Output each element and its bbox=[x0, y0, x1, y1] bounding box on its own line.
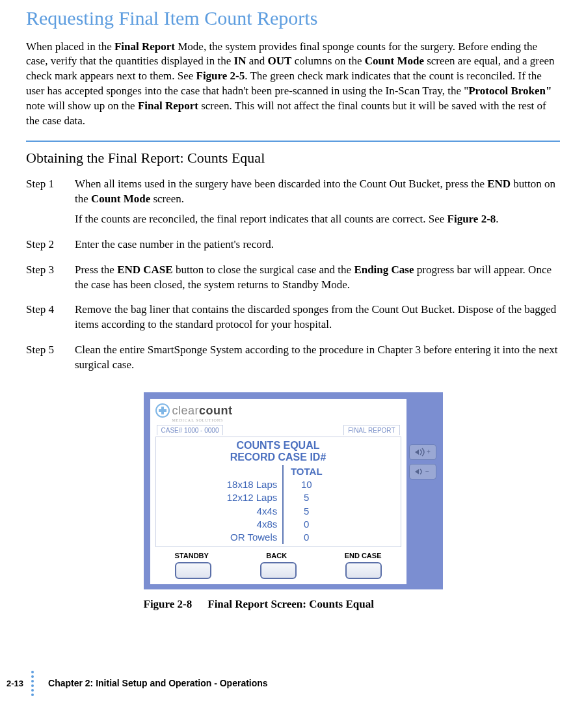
step: Step 1When all items used in the surgery… bbox=[26, 177, 560, 232]
figure-caption: Figure 2-8Final Report Screen: Counts Eq… bbox=[144, 597, 443, 612]
count-row-label: 4x4s bbox=[227, 505, 278, 518]
hardware-buttons-row bbox=[155, 561, 401, 579]
volume-down-button[interactable]: − bbox=[409, 464, 436, 479]
text: and bbox=[246, 55, 268, 67]
step-label: Step 5 bbox=[26, 343, 75, 378]
step: Step 5Clean the entire SmartSponge Syste… bbox=[26, 343, 560, 378]
text-bold: Count Mode bbox=[365, 55, 424, 67]
status-row: CASE# 1000 - 0000 FINAL REPORT bbox=[155, 425, 401, 436]
text: screen. bbox=[150, 193, 184, 205]
step-label: Step 4 bbox=[26, 303, 75, 338]
count-row-value: 0 bbox=[284, 531, 329, 544]
text-bold: Ending Case bbox=[354, 263, 414, 276]
step-body: When all items used in the surgery have … bbox=[75, 177, 560, 232]
intro-paragraph: When placed in the Final Report Mode, th… bbox=[26, 40, 560, 129]
steps-list: Step 1When all items used in the surgery… bbox=[26, 177, 560, 378]
side-controls: + − bbox=[406, 399, 436, 479]
text-bold: Final Report bbox=[114, 40, 175, 53]
text: When placed in the bbox=[26, 40, 114, 53]
page-footer: 2-13 Chapter 2: Initial Setup and Operat… bbox=[26, 671, 560, 696]
svg-text:+: + bbox=[427, 448, 431, 455]
brand-text: clearcount bbox=[172, 403, 233, 418]
mode-label: FINAL REPORT bbox=[343, 425, 399, 436]
svg-text:−: − bbox=[425, 468, 429, 475]
footer-dots-icon bbox=[31, 671, 34, 696]
text: Press the bbox=[75, 263, 117, 276]
count-values-column: TOTAL 105500 bbox=[284, 465, 329, 545]
count-row-value: 5 bbox=[284, 505, 329, 518]
text: Clean the entire SmartSponge System acco… bbox=[75, 344, 558, 371]
text: . bbox=[496, 213, 498, 225]
text: note will show up on the bbox=[26, 100, 138, 112]
step-body: Clean the entire SmartSponge System acco… bbox=[75, 343, 560, 378]
step-body: Enter the case number in the patient's r… bbox=[75, 237, 560, 258]
text: Remove the bag liner that contains the d… bbox=[75, 303, 556, 330]
text: button to close the surgical case and th… bbox=[173, 263, 354, 276]
figure-number: Figure 2-8 bbox=[144, 598, 193, 610]
volume-up-button[interactable]: + bbox=[409, 444, 436, 460]
counts-panel: COUNTS EQUAL RECORD CASE ID# 18x18 Laps1… bbox=[155, 437, 401, 547]
count-row-label: OR Towels bbox=[227, 531, 278, 544]
text-bold: Figure 2-5 bbox=[196, 70, 245, 82]
end-case-label: END CASE bbox=[345, 551, 382, 561]
total-header: TOTAL bbox=[284, 465, 329, 478]
text-bold: END CASE bbox=[117, 263, 173, 276]
button-labels-row: STANDBY BACK END CASE bbox=[155, 547, 401, 561]
brand-light: clear bbox=[172, 404, 200, 417]
text-bold: Count Mode bbox=[91, 193, 150, 205]
svg-marker-5 bbox=[415, 469, 419, 474]
divider bbox=[26, 141, 560, 142]
text-bold: Final Report bbox=[138, 100, 198, 112]
count-row-label: 12x12 Laps bbox=[227, 491, 278, 504]
chapter-label: Chapter 2: Initial Setup and Operation -… bbox=[48, 677, 268, 690]
step-body: Remove the bag liner that contains the d… bbox=[75, 303, 560, 338]
step-label: Step 1 bbox=[26, 177, 75, 232]
panel-headline-1: COUNTS EQUAL bbox=[159, 440, 398, 452]
count-row-value: 10 bbox=[284, 478, 329, 491]
step-label: Step 2 bbox=[26, 237, 75, 258]
text-bold: Protocol Broken" bbox=[468, 85, 552, 97]
standby-label: STANDBY bbox=[175, 551, 209, 561]
device-screen: clearcount MEDICAL SOLUTIONS CASE# 1000 … bbox=[150, 399, 406, 584]
text-bold: OUT bbox=[268, 55, 292, 67]
back-button[interactable] bbox=[260, 562, 297, 579]
case-number-label: CASE# 1000 - 0000 bbox=[157, 425, 224, 436]
clearcount-logo-icon bbox=[155, 403, 170, 418]
text: If the counts are reconciled, the final … bbox=[75, 213, 447, 225]
end-case-button[interactable] bbox=[345, 562, 382, 579]
brand-subtitle: MEDICAL SOLUTIONS bbox=[172, 418, 401, 423]
text-bold: Figure 2-8 bbox=[447, 213, 496, 225]
text: columns on the bbox=[291, 55, 364, 67]
count-row-label: 18x18 Laps bbox=[227, 478, 278, 491]
figure-2-8: clearcount MEDICAL SOLUTIONS CASE# 1000 … bbox=[144, 392, 443, 612]
back-label: BACK bbox=[266, 551, 287, 561]
svg-marker-3 bbox=[415, 450, 419, 455]
step-body: Press the END CASE button to close the s… bbox=[75, 263, 560, 298]
step: Step 2Enter the case number in the patie… bbox=[26, 237, 560, 258]
count-row-value: 0 bbox=[284, 518, 329, 531]
svg-rect-2 bbox=[159, 409, 166, 412]
step: Step 4Remove the bag liner that contains… bbox=[26, 303, 560, 338]
count-table: 18x18 Laps12x12 Laps4x4s4x8sOR Towels TO… bbox=[159, 465, 398, 545]
page-number: 2-13 bbox=[7, 678, 23, 690]
count-row-label: 4x8s bbox=[227, 518, 278, 531]
text-bold: END bbox=[487, 178, 511, 190]
brand-bold: count bbox=[199, 404, 233, 417]
device-bezel: clearcount MEDICAL SOLUTIONS CASE# 1000 … bbox=[144, 392, 443, 589]
step: Step 3Press the END CASE button to close… bbox=[26, 263, 560, 298]
figure-wrapper: clearcount MEDICAL SOLUTIONS CASE# 1000 … bbox=[26, 392, 560, 612]
standby-button[interactable] bbox=[175, 562, 211, 579]
text: When all items used in the surgery have … bbox=[75, 178, 487, 190]
figure-title: Final Report Screen: Counts Equal bbox=[207, 598, 374, 610]
count-labels-column: 18x18 Laps12x12 Laps4x4s4x8sOR Towels bbox=[227, 465, 284, 545]
count-row-value: 5 bbox=[284, 491, 329, 504]
brand-row: clearcount bbox=[155, 403, 401, 418]
text: Enter the case number in the patient's r… bbox=[75, 238, 274, 250]
section-title: Requesting Final Item Count Reports bbox=[26, 5, 560, 32]
step-label: Step 3 bbox=[26, 263, 75, 298]
panel-headline-2: RECORD CASE ID# bbox=[159, 452, 398, 463]
text-bold: IN bbox=[234, 55, 246, 67]
subsection-title: Obtaining the Final Report: Counts Equal bbox=[26, 148, 560, 168]
